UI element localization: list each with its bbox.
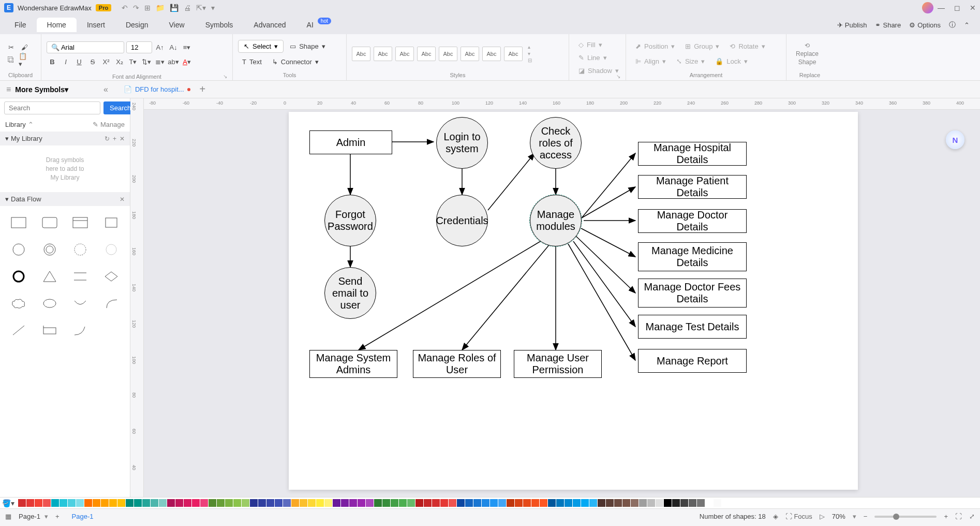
color-swatch[interactable] bbox=[656, 499, 663, 507]
highlight-icon[interactable]: ab▾ bbox=[168, 56, 179, 68]
export-icon[interactable]: ⇱▾ bbox=[196, 4, 206, 12]
menu-view[interactable]: View bbox=[159, 18, 195, 32]
group-button[interactable]: ⊞ Group▾ bbox=[681, 40, 723, 52]
increase-font-icon[interactable]: A↑ bbox=[154, 41, 166, 53]
close-section-icon[interactable]: ✕ bbox=[120, 135, 125, 142]
color-swatch[interactable] bbox=[432, 499, 440, 507]
shape-process-header[interactable] bbox=[68, 212, 93, 233]
color-swatch[interactable] bbox=[382, 499, 390, 507]
color-swatch[interactable] bbox=[101, 499, 109, 507]
color-swatch[interactable] bbox=[523, 499, 531, 507]
color-swatch[interactable] bbox=[680, 499, 688, 507]
copy-icon[interactable]: ⿻ bbox=[5, 54, 17, 66]
tabstrip-menu-icon[interactable]: ≡ bbox=[6, 85, 11, 94]
shape-arc-right[interactable] bbox=[99, 293, 124, 314]
help-button[interactable]: ⓘ bbox=[949, 20, 956, 30]
size-button[interactable]: ⤡ Size▾ bbox=[672, 55, 709, 67]
font-family-select[interactable]: 🔍 Arial bbox=[47, 41, 124, 53]
color-swatch[interactable] bbox=[184, 499, 191, 507]
color-swatch[interactable] bbox=[349, 499, 357, 507]
color-swatch[interactable] bbox=[291, 499, 299, 507]
color-swatch[interactable] bbox=[68, 499, 76, 507]
collapse-panel-icon[interactable]: « bbox=[103, 85, 108, 94]
color-swatch[interactable] bbox=[449, 499, 456, 507]
color-swatch[interactable] bbox=[498, 499, 506, 507]
color-swatch[interactable] bbox=[250, 499, 258, 507]
drawing-page[interactable]: Admin Login to system Check roles of acc… bbox=[289, 112, 858, 490]
node-login[interactable]: Login to system bbox=[436, 117, 488, 169]
node-manage-user-permission[interactable]: Manage User Permission bbox=[514, 350, 602, 378]
color-swatch[interactable] bbox=[217, 499, 225, 507]
data-flow-header[interactable]: ▾Data Flow ✕ bbox=[0, 192, 130, 206]
color-swatch[interactable] bbox=[664, 499, 672, 507]
shape-arc-down[interactable] bbox=[68, 293, 93, 314]
select-tool-button[interactable]: ↖ Select▾ bbox=[238, 40, 284, 53]
text-tool-button[interactable]: T Text bbox=[238, 56, 266, 68]
layers-icon[interactable]: ◈ bbox=[773, 513, 778, 520]
color-swatch[interactable] bbox=[175, 499, 183, 507]
shape-tool-button[interactable]: ▭ Shape▾ bbox=[286, 40, 330, 52]
color-swatch[interactable] bbox=[60, 499, 67, 507]
color-swatch[interactable] bbox=[515, 499, 523, 507]
color-swatch[interactable] bbox=[540, 499, 547, 507]
style-preset[interactable]: Abc bbox=[461, 47, 479, 61]
zoom-out-button[interactable]: − bbox=[864, 513, 868, 520]
color-swatch[interactable] bbox=[440, 499, 448, 507]
lock-button[interactable]: 🔒 Lock▾ bbox=[711, 55, 751, 67]
font-dialog-launcher-icon[interactable]: ↘ bbox=[223, 74, 227, 79]
color-swatch[interactable] bbox=[589, 499, 597, 507]
color-swatch[interactable] bbox=[192, 499, 200, 507]
line-button[interactable]: ✎ Line▾ bbox=[574, 52, 623, 64]
shape-process-rounded[interactable] bbox=[37, 212, 62, 233]
color-swatch[interactable] bbox=[705, 499, 713, 507]
styles-up-icon[interactable]: ▴ bbox=[528, 44, 532, 50]
color-swatch[interactable] bbox=[266, 499, 274, 507]
rotate-button[interactable]: ⟲ Rotate▾ bbox=[725, 40, 769, 52]
publish-button[interactable]: ✈Publish bbox=[837, 21, 867, 29]
add-tab-button[interactable]: + bbox=[196, 83, 210, 95]
style-preset[interactable]: Abc bbox=[482, 47, 501, 61]
close-section-icon[interactable]: ✕ bbox=[120, 196, 125, 203]
my-library-header[interactable]: ▾My Library ↻ + ✕ bbox=[0, 132, 130, 145]
color-swatch[interactable] bbox=[84, 499, 92, 507]
decrease-font-icon[interactable]: A↓ bbox=[168, 41, 179, 53]
node-manage-doctor-fees-details[interactable]: Manage Doctor Fees Details bbox=[638, 279, 747, 308]
page-selector[interactable]: Page-1 ▾ bbox=[19, 513, 48, 520]
bullet-list-icon[interactable]: ≣▾ bbox=[154, 56, 166, 68]
color-swatch[interactable] bbox=[142, 499, 150, 507]
shape-process-thin[interactable] bbox=[99, 212, 124, 233]
position-button[interactable]: ⬈ Position▾ bbox=[631, 40, 679, 52]
shape-double-circle[interactable] bbox=[37, 239, 62, 260]
color-swatch[interactable] bbox=[391, 499, 398, 507]
color-swatch[interactable] bbox=[51, 499, 59, 507]
color-swatch[interactable] bbox=[457, 499, 465, 507]
shape-line[interactable] bbox=[6, 320, 31, 341]
presentation-icon[interactable]: ▷ bbox=[820, 513, 825, 520]
color-swatch[interactable] bbox=[622, 499, 630, 507]
color-swatch[interactable] bbox=[556, 499, 564, 507]
shape-thin-circle[interactable] bbox=[99, 239, 124, 260]
color-swatch[interactable] bbox=[631, 499, 639, 507]
library-drop-zone[interactable]: Drag symbols here to add to My Library bbox=[0, 145, 130, 192]
color-swatch[interactable] bbox=[300, 499, 307, 507]
font-size-select[interactable]: 12 bbox=[126, 41, 152, 53]
print-icon[interactable]: 🖨 bbox=[184, 4, 191, 12]
color-swatch[interactable] bbox=[507, 499, 514, 507]
color-swatch[interactable] bbox=[714, 499, 721, 507]
node-manage-test-details[interactable]: Manage Test Details bbox=[638, 315, 747, 339]
menu-design[interactable]: Design bbox=[115, 18, 159, 32]
menu-advanced[interactable]: Advanced bbox=[243, 18, 296, 32]
color-swatch[interactable] bbox=[465, 499, 473, 507]
color-swatch[interactable] bbox=[308, 499, 316, 507]
superscript-icon[interactable]: X² bbox=[100, 56, 112, 68]
node-manage-hospital-details[interactable]: Manage Hospital Details bbox=[638, 142, 747, 166]
color-swatch[interactable] bbox=[117, 499, 125, 507]
menu-home[interactable]: Home bbox=[37, 18, 77, 32]
color-swatch[interactable] bbox=[35, 499, 42, 507]
underline-icon[interactable]: U bbox=[73, 56, 85, 68]
shape-open-rect[interactable] bbox=[68, 266, 93, 287]
node-manage-report[interactable]: Manage Report bbox=[638, 349, 747, 373]
color-swatch[interactable] bbox=[233, 499, 241, 507]
color-swatch[interactable] bbox=[598, 499, 605, 507]
bucket-icon[interactable]: 🪣▾ bbox=[2, 499, 14, 507]
